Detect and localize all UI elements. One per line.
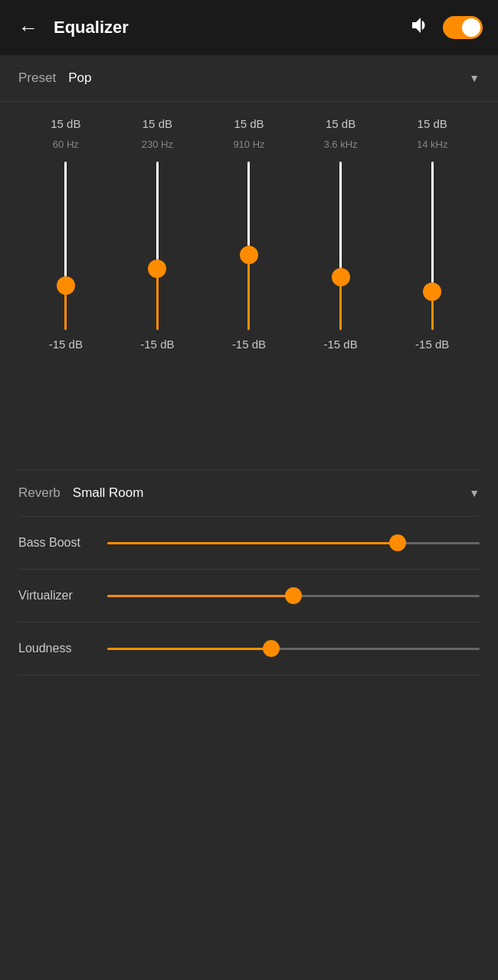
equalizer-toggle[interactable] bbox=[443, 16, 483, 39]
eq-freq-2: 910 Hz bbox=[233, 139, 264, 154]
eq-band-4: 15 dB 14 kHz -15 dB bbox=[398, 117, 467, 351]
eq-slider-thumb-2[interactable] bbox=[240, 246, 258, 264]
header: ← Equalizer bbox=[0, 0, 498, 55]
h-slider-label-1: Virtualizer bbox=[18, 589, 95, 603]
sound-icon bbox=[409, 15, 431, 41]
preset-value: Pop bbox=[68, 70, 469, 86]
eq-db-bottom-0: -15 dB bbox=[49, 338, 83, 351]
eq-band-3: 15 dB 3.6 kHz -15 dB bbox=[306, 117, 375, 351]
preset-label: Preset bbox=[18, 70, 56, 86]
eq-slider-track-4[interactable] bbox=[431, 162, 434, 330]
h-slider-thumb-0[interactable] bbox=[389, 534, 406, 551]
eq-slider-thumb-0[interactable] bbox=[57, 276, 75, 295]
eq-freq-1: 230 Hz bbox=[142, 139, 173, 154]
reverb-label: Reverb bbox=[18, 485, 61, 501]
eq-slider-thumb-4[interactable] bbox=[423, 283, 441, 301]
eq-slider-track-0[interactable] bbox=[64, 162, 67, 330]
preset-dropdown-icon: ▼ bbox=[469, 72, 480, 84]
reverb-dropdown-icon: ▼ bbox=[469, 487, 480, 499]
h-slider-track-2 bbox=[107, 648, 480, 650]
preset-row[interactable]: Preset Pop ▼ bbox=[0, 55, 498, 102]
h-slider-container-0[interactable] bbox=[107, 535, 480, 550]
h-slider-row-0: Bass Boost bbox=[18, 517, 480, 570]
eq-freq-0: 60 Hz bbox=[53, 139, 79, 154]
horizontal-sliders: Bass Boost Virtualizer Loudness bbox=[18, 517, 480, 675]
page-title: Equalizer bbox=[54, 18, 397, 38]
eq-bands-container: 15 dB 60 Hz -15 dB 15 dB 230 Hz -15 dB 1… bbox=[12, 117, 486, 462]
h-slider-label-2: Loudness bbox=[18, 642, 95, 655]
h-slider-container-2[interactable] bbox=[107, 641, 480, 656]
eq-freq-4: 14 kHz bbox=[417, 139, 447, 154]
eq-slider-thumb-3[interactable] bbox=[332, 268, 350, 286]
h-slider-thumb-1[interactable] bbox=[285, 587, 302, 604]
h-slider-thumb-2[interactable] bbox=[263, 640, 280, 657]
eq-db-bottom-4: -15 dB bbox=[415, 338, 449, 351]
eq-db-top-3: 15 dB bbox=[326, 117, 355, 134]
h-slider-row-2: Loudness bbox=[18, 622, 480, 675]
reverb-row[interactable]: Reverb Small Room ▼ bbox=[18, 469, 480, 517]
eq-band-0: 15 dB 60 Hz -15 dB bbox=[31, 117, 100, 351]
eq-slider-track-3[interactable] bbox=[339, 162, 342, 330]
eq-slider-track-1[interactable] bbox=[156, 162, 159, 330]
h-slider-row-1: Virtualizer bbox=[18, 570, 480, 622]
eq-band-2: 15 dB 910 Hz -15 dB bbox=[215, 117, 283, 351]
eq-db-bottom-3: -15 dB bbox=[323, 338, 357, 351]
h-slider-label-0: Bass Boost bbox=[18, 536, 95, 550]
reverb-value: Small Room bbox=[73, 485, 469, 501]
eq-section: 15 dB 60 Hz -15 dB 15 dB 230 Hz -15 dB 1… bbox=[0, 102, 498, 469]
eq-freq-3: 3.6 kHz bbox=[324, 139, 358, 154]
eq-db-top-1: 15 dB bbox=[143, 117, 172, 134]
h-slider-track-1 bbox=[107, 595, 480, 597]
eq-slider-track-2[interactable] bbox=[247, 162, 250, 330]
eq-db-top-2: 15 dB bbox=[234, 117, 264, 134]
eq-slider-thumb-1[interactable] bbox=[148, 260, 166, 278]
eq-db-top-0: 15 dB bbox=[51, 117, 80, 134]
back-button[interactable]: ← bbox=[15, 13, 41, 43]
h-slider-track-0 bbox=[107, 542, 480, 544]
eq-db-top-4: 15 dB bbox=[418, 117, 447, 134]
eq-db-bottom-1: -15 dB bbox=[140, 338, 174, 351]
bottom-section: Reverb Small Room ▼ Bass Boost Virtualiz… bbox=[0, 469, 498, 675]
eq-band-1: 15 dB 230 Hz -15 dB bbox=[123, 117, 192, 351]
h-slider-container-1[interactable] bbox=[107, 588, 480, 603]
eq-db-bottom-2: -15 dB bbox=[232, 338, 266, 351]
